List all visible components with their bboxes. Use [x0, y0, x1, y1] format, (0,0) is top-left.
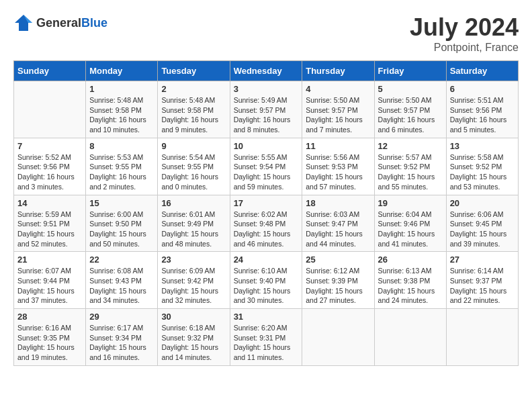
- day-cell: 28Sunrise: 6:16 AMSunset: 9:35 PMDayligh…: [14, 309, 86, 366]
- day-number: 11: [306, 141, 370, 151]
- day-info: Sunrise: 5:58 AMSunset: 9:52 PMDaylight:…: [450, 152, 515, 192]
- logo-icon: [13, 13, 34, 32]
- day-info: Sunrise: 6:17 AMSunset: 9:34 PMDaylight:…: [89, 323, 154, 363]
- col-header-monday: Monday: [86, 61, 158, 81]
- day-info: Sunrise: 5:49 AMSunset: 9:57 PMDaylight:…: [234, 95, 299, 135]
- day-info: Sunrise: 6:02 AMSunset: 9:48 PMDaylight:…: [234, 210, 299, 249]
- day-cell: [374, 309, 446, 366]
- day-cell: 20Sunrise: 6:06 AMSunset: 9:45 PMDayligh…: [446, 195, 518, 252]
- day-info: Sunrise: 6:10 AMSunset: 9:40 PMDaylight:…: [234, 266, 299, 306]
- day-info: Sunrise: 5:59 AMSunset: 9:51 PMDaylight:…: [17, 210, 82, 249]
- day-cell: 9Sunrise: 5:54 AMSunset: 9:55 PMDaylight…: [158, 138, 230, 195]
- day-cell: 23Sunrise: 6:09 AMSunset: 9:42 PMDayligh…: [158, 252, 230, 309]
- week-row-4: 21Sunrise: 6:07 AMSunset: 9:44 PMDayligh…: [14, 252, 519, 309]
- day-cell: 31Sunrise: 6:20 AMSunset: 9:31 PMDayligh…: [230, 309, 302, 366]
- day-info: Sunrise: 6:08 AMSunset: 9:43 PMDaylight:…: [89, 266, 154, 306]
- day-cell: 17Sunrise: 6:02 AMSunset: 9:48 PMDayligh…: [230, 195, 302, 252]
- week-row-2: 7Sunrise: 5:52 AMSunset: 9:56 PMDaylight…: [14, 138, 519, 195]
- day-info: Sunrise: 6:13 AMSunset: 9:38 PMDaylight:…: [378, 266, 443, 306]
- day-number: 8: [89, 141, 154, 151]
- day-cell: 15Sunrise: 6:00 AMSunset: 9:50 PMDayligh…: [86, 195, 158, 252]
- day-cell: 30Sunrise: 6:18 AMSunset: 9:32 PMDayligh…: [158, 309, 230, 366]
- day-info: Sunrise: 5:51 AMSunset: 9:56 PMDaylight:…: [450, 95, 515, 135]
- day-info: Sunrise: 6:18 AMSunset: 9:32 PMDaylight:…: [161, 323, 226, 363]
- day-number: 10: [234, 141, 299, 151]
- day-info: Sunrise: 6:00 AMSunset: 9:50 PMDaylight:…: [89, 210, 154, 249]
- day-info: Sunrise: 5:55 AMSunset: 9:54 PMDaylight:…: [234, 152, 299, 192]
- col-header-sunday: Sunday: [14, 61, 86, 81]
- day-cell: 22Sunrise: 6:08 AMSunset: 9:43 PMDayligh…: [86, 252, 158, 309]
- day-number: 26: [378, 255, 443, 265]
- day-number: 4: [306, 84, 370, 94]
- day-number: 27: [450, 255, 515, 265]
- day-cell: 5Sunrise: 5:50 AMSunset: 9:57 PMDaylight…: [374, 81, 446, 138]
- day-number: 28: [17, 312, 82, 322]
- col-header-thursday: Thursday: [302, 61, 374, 81]
- day-number: 18: [306, 198, 370, 208]
- day-number: 30: [161, 312, 226, 322]
- day-info: Sunrise: 6:01 AMSunset: 9:49 PMDaylight:…: [161, 210, 226, 249]
- day-number: 29: [89, 312, 154, 322]
- day-cell: 14Sunrise: 5:59 AMSunset: 9:51 PMDayligh…: [14, 195, 86, 252]
- day-cell: 24Sunrise: 6:10 AMSunset: 9:40 PMDayligh…: [230, 252, 302, 309]
- day-cell: 13Sunrise: 5:58 AMSunset: 9:52 PMDayligh…: [446, 138, 518, 195]
- day-number: 1: [89, 84, 154, 94]
- logo-general: General: [36, 16, 81, 30]
- day-cell: [14, 81, 86, 138]
- day-number: 17: [234, 198, 299, 208]
- week-row-1: 1Sunrise: 5:48 AMSunset: 9:58 PMDaylight…: [14, 81, 519, 138]
- col-header-saturday: Saturday: [446, 61, 518, 81]
- day-cell: 8Sunrise: 5:53 AMSunset: 9:55 PMDaylight…: [86, 138, 158, 195]
- day-info: Sunrise: 6:14 AMSunset: 9:37 PMDaylight:…: [450, 266, 515, 306]
- day-cell: 25Sunrise: 6:12 AMSunset: 9:39 PMDayligh…: [302, 252, 374, 309]
- day-cell: [302, 309, 374, 366]
- day-info: Sunrise: 6:07 AMSunset: 9:44 PMDaylight:…: [17, 266, 82, 306]
- day-cell: 18Sunrise: 6:03 AMSunset: 9:47 PMDayligh…: [302, 195, 374, 252]
- month-year: July 2024: [410, 13, 519, 42]
- day-info: Sunrise: 6:09 AMSunset: 9:42 PMDaylight:…: [161, 266, 226, 306]
- day-cell: 4Sunrise: 5:50 AMSunset: 9:57 PMDaylight…: [302, 81, 374, 138]
- day-number: 13: [450, 141, 515, 151]
- day-cell: 10Sunrise: 5:55 AMSunset: 9:54 PMDayligh…: [230, 138, 302, 195]
- col-header-wednesday: Wednesday: [230, 61, 302, 81]
- day-cell: 6Sunrise: 5:51 AMSunset: 9:56 PMDaylight…: [446, 81, 518, 138]
- day-info: Sunrise: 5:48 AMSunset: 9:58 PMDaylight:…: [161, 95, 226, 135]
- day-number: 6: [450, 84, 515, 94]
- location: Pontpoint, France: [410, 42, 519, 54]
- day-info: Sunrise: 6:20 AMSunset: 9:31 PMDaylight:…: [234, 323, 299, 363]
- logo-blue: Blue: [81, 16, 107, 30]
- day-cell: 27Sunrise: 6:14 AMSunset: 9:37 PMDayligh…: [446, 252, 518, 309]
- week-row-5: 28Sunrise: 6:16 AMSunset: 9:35 PMDayligh…: [14, 309, 519, 366]
- day-number: 3: [234, 84, 299, 94]
- day-number: 15: [89, 198, 154, 208]
- day-cell: 29Sunrise: 6:17 AMSunset: 9:34 PMDayligh…: [86, 309, 158, 366]
- day-info: Sunrise: 5:52 AMSunset: 9:56 PMDaylight:…: [17, 152, 82, 192]
- day-number: 25: [306, 255, 370, 265]
- day-number: 22: [89, 255, 154, 265]
- day-cell: 1Sunrise: 5:48 AMSunset: 9:58 PMDaylight…: [86, 81, 158, 138]
- day-number: 7: [17, 141, 82, 151]
- day-number: 12: [378, 141, 443, 151]
- page-header: GeneralBlue July 2024 Pontpoint, France: [13, 13, 519, 54]
- day-info: Sunrise: 6:16 AMSunset: 9:35 PMDaylight:…: [17, 323, 82, 363]
- day-number: 5: [378, 84, 443, 94]
- day-info: Sunrise: 5:48 AMSunset: 9:58 PMDaylight:…: [89, 95, 154, 135]
- day-cell: 21Sunrise: 6:07 AMSunset: 9:44 PMDayligh…: [14, 252, 86, 309]
- day-number: 23: [161, 255, 226, 265]
- day-info: Sunrise: 5:50 AMSunset: 9:57 PMDaylight:…: [378, 95, 443, 135]
- calendar-table: SundayMondayTuesdayWednesdayThursdayFrid…: [13, 60, 519, 366]
- day-info: Sunrise: 5:53 AMSunset: 9:55 PMDaylight:…: [89, 152, 154, 192]
- day-number: 31: [234, 312, 299, 322]
- day-info: Sunrise: 6:03 AMSunset: 9:47 PMDaylight:…: [306, 210, 370, 249]
- col-header-tuesday: Tuesday: [158, 61, 230, 81]
- logo: GeneralBlue: [13, 13, 107, 32]
- day-cell: [446, 309, 518, 366]
- title-block: July 2024 Pontpoint, France: [410, 13, 519, 54]
- day-info: Sunrise: 6:04 AMSunset: 9:46 PMDaylight:…: [378, 210, 443, 249]
- day-number: 2: [161, 84, 226, 94]
- day-info: Sunrise: 6:06 AMSunset: 9:45 PMDaylight:…: [450, 210, 515, 249]
- day-number: 19: [378, 198, 443, 208]
- day-info: Sunrise: 5:56 AMSunset: 9:53 PMDaylight:…: [306, 152, 370, 192]
- day-cell: 12Sunrise: 5:57 AMSunset: 9:52 PMDayligh…: [374, 138, 446, 195]
- logo-text: GeneralBlue: [36, 16, 107, 30]
